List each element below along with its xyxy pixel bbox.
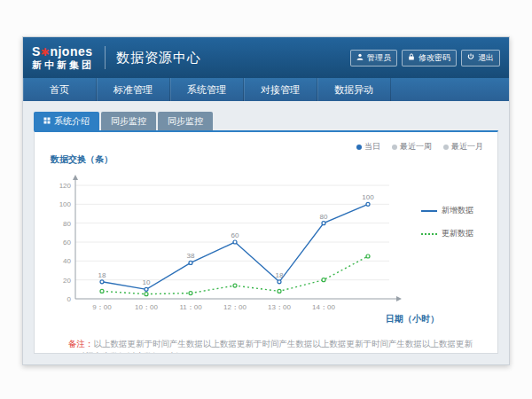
page-title: 数据资源中心 [116,50,201,66]
main-nav: 首页 标准管理 系统管理 对接管理 数据异动 [23,78,509,101]
range-legend: 当日 最近一周 最近一月 [356,141,483,153]
grid-icon [43,116,51,126]
change-password-button[interactable]: 修改密码 [402,50,457,66]
month-dot-icon [443,145,449,150]
svg-text:100: 100 [362,193,374,201]
tab-sync-monitor-1[interactable]: 同步监控 [101,112,156,130]
logout-label: 退出 [478,52,494,64]
range-last-week[interactable]: 最近一周 [392,141,432,153]
solid-line-icon [421,210,437,212]
range-last-month[interactable]: 最近一月 [443,141,483,153]
range-today[interactable]: 当日 [356,141,380,153]
footnote: 备注：以上数据更新于时间产生数据以上数据更新于时间产生数据以上数据更新于时间产生… [43,338,489,354]
footnote-text: 以上数据更新于时间产生数据以上数据更新于时间产生数据以上数据更新于时间产生数据以… [68,339,473,354]
svg-text:13：00: 13：00 [268,303,291,311]
svg-text:40: 40 [63,257,71,265]
nav-item-standard-mgmt[interactable]: 标准管理 [97,78,170,101]
header-actions: 管理员 修改密码 退出 [350,50,500,66]
nav-item-connect-mgmt[interactable]: 对接管理 [244,78,317,101]
svg-text:12：00: 12：00 [223,303,246,311]
dotted-line-icon [421,233,437,235]
tab-system-intro[interactable]: 系统介绍 [34,112,99,130]
nav-item-system-mgmt[interactable]: 系统管理 [170,78,244,101]
series-legend: 新增数据 更新数据 [416,205,473,317]
nav-item-data-change[interactable]: 数据异动 [317,78,391,101]
tab-system-intro-label: 系统介绍 [54,115,90,128]
power-icon [467,53,474,62]
logo: S✱njones 新中新集团 [32,45,94,70]
desktop-background: S✱njones 新中新集团 数据资源中心 管理员 修改密码 退出 [0,0,532,399]
svg-text:11：00: 11：00 [179,303,202,311]
week-dot-icon [392,145,397,150]
svg-text:80: 80 [320,213,328,221]
svg-text:20: 20 [63,277,71,285]
top-header: S✱njones 新中新集团 数据资源中心 管理员 修改密码 退出 [23,37,509,78]
y-axis-title: 数据交换（条） [51,153,489,166]
tab-sync-monitor-2[interactable]: 同步监控 [158,112,213,130]
svg-text:60: 60 [231,231,239,239]
chart-row: 0204060801001209：0010：0011：0012：0013：001… [43,168,489,317]
svg-text:120: 120 [59,182,72,190]
tab-bar: 系统介绍 同步监控 同步监控 [34,112,498,130]
logout-button[interactable]: 退出 [461,50,500,66]
footnote-label: 备注： [68,339,94,348]
svg-text:10: 10 [143,278,151,286]
logo-star-icon: ✱ [41,46,51,59]
svg-text:14：00: 14：00 [312,303,335,311]
user-icon [356,53,364,62]
legend-new-data[interactable]: 新增数据 [421,205,473,216]
lock-icon [408,53,415,62]
svg-text:80: 80 [63,220,71,228]
legend-update-data[interactable]: 更新数据 [421,228,473,239]
change-password-label: 修改密码 [419,52,450,64]
today-dot-icon [356,145,362,150]
svg-text:60: 60 [63,239,71,246]
content-area: 系统介绍 同步监控 同步监控 当日 最近一周 最近一月 数据交换（条） 0204… [23,101,509,364]
svg-text:38: 38 [187,252,195,260]
logo-subtitle: 新中新集团 [32,60,94,70]
admin-button[interactable]: 管理员 [350,50,397,66]
nav-item-home[interactable]: 首页 [23,78,97,101]
svg-text:9：00: 9：00 [92,303,112,311]
svg-text:10：00: 10：00 [135,303,158,311]
chart-panel: 当日 最近一周 最近一月 数据交换（条） 0204060801001209：00… [34,130,498,354]
svg-text:18: 18 [276,271,284,279]
admin-button-label: 管理员 [367,52,391,64]
svg-text:18: 18 [98,271,106,279]
logo-wordmark: S✱njones [32,45,94,58]
svg-text:100: 100 [59,200,72,208]
line-chart: 0204060801001209：0010：0011：0012：0013：001… [43,168,416,317]
header-divider [105,46,106,69]
svg-text:0: 0 [67,295,72,303]
app-window: S✱njones 新中新集团 数据资源中心 管理员 修改密码 退出 [22,36,510,365]
